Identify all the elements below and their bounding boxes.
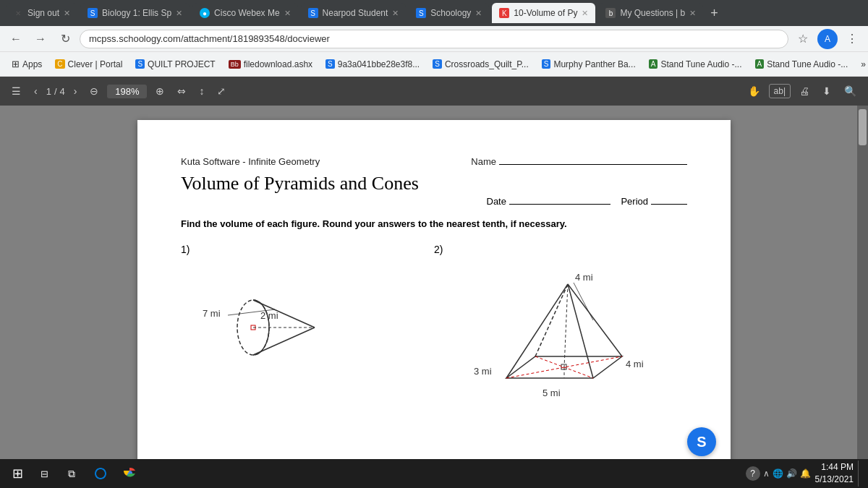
floating-s-button[interactable]: S xyxy=(687,427,716,456)
tab-nearpod[interactable]: S Nearpod Student ✕ xyxy=(301,3,407,23)
forward-button[interactable]: → xyxy=(30,29,51,49)
taskview-button[interactable]: ⧉ xyxy=(59,461,85,487)
edge-button[interactable] xyxy=(88,461,114,487)
profile-button[interactable]: A xyxy=(817,29,838,49)
svg-line-13 xyxy=(564,284,568,367)
svg-text:5 mi: 5 mi xyxy=(542,388,561,398)
doc-header: Kuta Software - Infinite Geometry Name xyxy=(181,156,687,167)
prev-page-button[interactable]: ‹ xyxy=(30,82,42,100)
download-button[interactable]: ⬇ xyxy=(818,82,835,100)
next-page-button[interactable]: › xyxy=(69,82,82,100)
chevron-up-icon[interactable]: ∧ xyxy=(763,468,770,479)
clever-icon: C xyxy=(55,59,64,69)
tab-close-sign-out[interactable]: ✕ xyxy=(64,9,70,18)
bookmarks-bar: ⊞ Apps C Clever | Portal S QUILT PROJECT… xyxy=(0,52,868,77)
tab-close-biology[interactable]: ✕ xyxy=(176,9,182,18)
refresh-button[interactable]: ↻ xyxy=(55,29,75,49)
bookmark-button[interactable]: ☆ xyxy=(793,29,813,49)
tab-biology[interactable]: S Biology 1: Ellis Sp ✕ xyxy=(80,3,190,23)
speaker-icon[interactable]: 🔊 xyxy=(786,468,797,479)
tab-sign-out[interactable]: ✕ Sign out ✕ xyxy=(6,3,77,23)
bb-icon: Bb xyxy=(229,60,241,69)
scroll-thumb[interactable] xyxy=(859,109,867,145)
taskbar: ⊞ ⊟ ⧉ ? ∧ 🌐 🔊 🔔 1:44 PM 5/13/2021 xyxy=(0,459,868,488)
tab-close-volume[interactable]: ✕ xyxy=(582,9,588,18)
pdf-page: Kuta Software - Infinite Geometry Name V… xyxy=(137,120,731,488)
zoom-control xyxy=(107,85,147,98)
problem-1: 1) xyxy=(181,244,434,409)
back-button[interactable]: ← xyxy=(6,29,26,49)
start-button[interactable]: ⊞ xyxy=(4,461,30,487)
pdf-right-tools: ✋ ab| 🖨 ⬇ 🔍 xyxy=(744,82,861,100)
page-info: 1 / 4 xyxy=(46,86,65,97)
hand-tool-button[interactable]: ✋ xyxy=(744,82,765,100)
tab-close-nearpod[interactable]: ✕ xyxy=(392,9,399,18)
tab-volume[interactable]: K 10-Volume of Py ✕ xyxy=(492,3,595,23)
pyramid-figure: 4 mi 3 mi 4 mi 5 mi xyxy=(434,262,687,409)
date-blank xyxy=(509,204,610,205)
svg-line-11 xyxy=(568,284,622,356)
svg-line-9 xyxy=(506,284,568,378)
menu-button[interactable]: ⋮ xyxy=(842,29,862,49)
svg-text:3 mi: 3 mi xyxy=(474,366,492,377)
clock[interactable]: 1:44 PM 5/13/2021 xyxy=(815,461,854,486)
nav-bar: ← → ↻ ☆ A ⋮ xyxy=(0,26,868,52)
tab-icon-myquestions: b xyxy=(605,8,616,18)
notification-icon[interactable]: 🔔 xyxy=(800,468,811,479)
scroll-bar[interactable] xyxy=(857,106,868,459)
svg-line-2 xyxy=(253,328,315,355)
taskbar-search[interactable]: ⊟ xyxy=(33,461,56,487)
text-tool-button[interactable]: ab| xyxy=(769,84,791,98)
tab-bar: ✕ Sign out ✕ S Biology 1: Ellis Sp ✕ ● C… xyxy=(0,0,868,26)
tab-close-schoology[interactable]: ✕ xyxy=(475,9,482,18)
svg-text:7 mi: 7 mi xyxy=(203,308,221,319)
zoom-in-button[interactable]: ⊕ xyxy=(151,82,169,100)
show-desktop-button[interactable] xyxy=(858,461,864,487)
pdf-area: Kuta Software - Infinite Geometry Name V… xyxy=(0,106,868,488)
network-icon[interactable]: 🌐 xyxy=(773,468,783,479)
problem-2-number: 2) xyxy=(434,244,687,255)
svg-line-12 xyxy=(535,284,568,356)
more-bookmarks-button[interactable]: » xyxy=(855,56,868,72)
zoom-input[interactable] xyxy=(107,85,147,98)
address-bar[interactable] xyxy=(80,30,788,48)
bookmark-stand1[interactable]: A Stand Tune Audio -... xyxy=(643,56,748,72)
date-period-row: Date Period xyxy=(181,196,687,207)
rotate-button[interactable]: ↕ xyxy=(195,82,208,100)
bookmark-apps[interactable]: ⊞ Apps xyxy=(6,56,48,72)
problems-row: 1) xyxy=(181,244,687,409)
zoom-out-button[interactable]: ⊖ xyxy=(85,82,103,100)
sidebar-toggle-button[interactable]: ☰ xyxy=(7,82,25,100)
tab-close-myquestions[interactable]: ✕ xyxy=(689,9,696,18)
period-blank xyxy=(651,204,687,205)
bookmark-quilt[interactable]: S QUILT PROJECT xyxy=(129,56,221,72)
tab-icon-nearpod: S xyxy=(308,8,318,18)
bookmark-9a3a[interactable]: S 9a3a041bbe28e3f8... xyxy=(320,56,425,72)
tab-icon-cisco: ● xyxy=(200,8,210,18)
fit-width-button[interactable]: ⇔ xyxy=(173,82,190,100)
bookmark-clever[interactable]: C Clever | Portal xyxy=(49,56,128,72)
svg-text:4 mi: 4 mi xyxy=(575,272,593,283)
bookmark-filedownload[interactable]: Bb filedownload.ashx xyxy=(223,56,318,72)
s3-icon: S xyxy=(542,59,551,69)
search-pdf-button[interactable]: 🔍 xyxy=(840,82,861,100)
print-button[interactable]: 🖨 xyxy=(795,82,814,100)
tab-myquestions[interactable]: b My Questions | b ✕ xyxy=(598,3,703,23)
cone-figure: 7 mi 2 mi xyxy=(181,262,434,380)
chrome-button[interactable] xyxy=(116,461,142,487)
svg-text:2 mi: 2 mi xyxy=(260,310,278,321)
system-tray: ? ∧ 🌐 🔊 🔔 1:44 PM 5/13/2021 xyxy=(746,461,864,487)
bookmark-stand2[interactable]: A Stand Tune Audio -... xyxy=(749,56,854,72)
name-blank xyxy=(499,164,687,165)
bookmark-crossroads[interactable]: S Crossroads_Quilt_P... xyxy=(427,56,535,72)
new-tab-button[interactable]: + xyxy=(706,6,723,21)
question-tray-icon[interactable]: ? xyxy=(746,466,760,481)
doc-title: Volume of Pyramids and Cones xyxy=(181,173,687,194)
tab-cisco[interactable]: ● Cisco Webex Me ✕ xyxy=(192,3,297,23)
s2-icon: S xyxy=(433,59,442,69)
tray-icons: ? ∧ 🌐 🔊 🔔 xyxy=(746,466,811,481)
fullscreen-button[interactable]: ⤢ xyxy=(213,82,230,100)
tab-close-cisco[interactable]: ✕ xyxy=(284,9,291,18)
tab-schoology[interactable]: S Schoology ✕ xyxy=(409,3,489,23)
bookmark-murphy[interactable]: S Murphy Panther Ba... xyxy=(536,56,642,72)
